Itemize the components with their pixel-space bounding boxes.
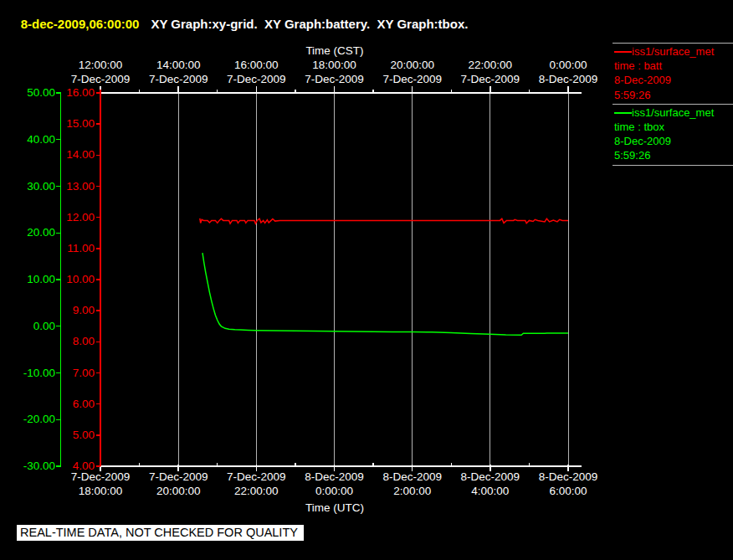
legend-field: time : tbox [614,120,733,134]
series-line-batt [200,218,568,223]
tbox-axis-tick-label: 40.00 [2,133,55,146]
legend-entry-batt: iss1/surface_mettime : batt8-Dec-20095:5… [613,43,733,104]
legend-time: 5:59:26 [614,148,733,162]
xy-graph-app-window: 8-dec-2009,06:00:00XY Graph:xy-grid. XY … [0,0,733,560]
bottom-axis-title: Time (UTC) [276,501,393,514]
legend-field: time : batt [614,59,733,73]
batt-axis-tick-label: 15.00 [44,117,95,130]
legend: iss1/surface_mettime : batt8-Dec-20095:5… [613,43,733,166]
batt-axis-tick-label: 13.00 [44,180,95,193]
legend-entry-tbox: iss1/surface_mettime : tbox8-Dec-20095:5… [613,104,733,166]
series-line-tbox [202,253,568,335]
batt-axis-tick-label: 16.00 [44,86,95,99]
batt-axis-tick-label: 8.00 [44,335,95,347]
quality-notice: REAL-TIME DATA, NOT CHECKED FOR QUALITY [17,525,304,541]
legend-date: 8-Dec-2009 [614,134,733,148]
bottom-tick-label: 8-Dec-2009 6:00:00 [522,470,614,498]
batt-axis-tick-label: 4.00 [44,460,95,472]
batt-axis-tick-label: 5.00 [44,429,95,441]
tbox-axis-tick-label: 20.00 [2,226,55,239]
legend-source-row: iss1/surface_met [614,105,733,120]
legend-date: 8-Dec-2009 [614,73,733,87]
tbox-axis-tick-label: -20.00 [2,413,55,425]
batt-axis-tick-label: 9.00 [44,304,95,316]
batt-axis-tick-label: 6.00 [44,398,95,410]
legend-line-swatch-icon [614,51,632,53]
batt-axis-tick-label: 11.00 [44,242,95,254]
batt-axis-tick-label: 10.00 [44,273,95,285]
batt-axis-tick-label: 14.00 [44,148,95,161]
batt-axis-tick-label: 7.00 [44,367,95,379]
legend-time: 5:59:26 [614,88,733,102]
batt-axis-tick-label: 12.00 [44,211,95,223]
top-tick-label: 0:00:00 8-Dec-2009 [522,59,614,86]
legend-line-swatch-icon [614,112,632,114]
legend-source-row: iss1/surface_met [614,44,733,59]
tbox-axis-tick-label: 0.00 [2,320,55,332]
